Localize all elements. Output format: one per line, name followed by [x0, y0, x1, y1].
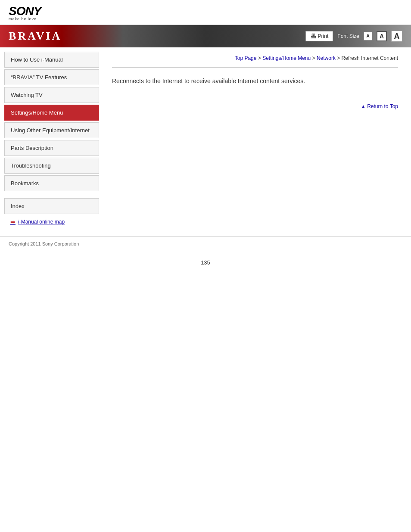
font-large-button[interactable]: A	[391, 31, 402, 42]
bravia-banner: BRAVIA 🖶 Print Font Size A A A	[0, 25, 411, 47]
page-number: 135	[0, 251, 411, 270]
font-size-label: Font Size	[337, 33, 359, 39]
breadcrumb-top-page[interactable]: Top Page	[235, 55, 257, 61]
breadcrumb-network[interactable]: Network	[317, 55, 336, 61]
banner-controls: 🖶 Print Font Size A A A	[305, 31, 402, 42]
arrow-right-icon: ➡	[10, 218, 16, 225]
sony-brand: SONY	[9, 5, 41, 17]
sidebar-item-parts-description[interactable]: Parts Description	[4, 140, 99, 156]
breadcrumb-sep3: >	[336, 55, 342, 61]
sidebar-item-bravia-features[interactable]: “BRAVIA” TV Features	[4, 69, 99, 85]
return-to-top: ▲ Return to Top	[112, 99, 398, 114]
sony-tagline: make.believe	[9, 17, 41, 21]
header: SONY make.believe	[0, 0, 411, 25]
sidebar-online-map-link[interactable]: ➡ i-Manual online map	[4, 216, 99, 228]
page-description: Reconnects to the Internet to receive av…	[112, 76, 398, 86]
font-small-button[interactable]: A	[364, 32, 372, 40]
sidebar-item-settings-home-menu[interactable]: Settings/Home Menu	[4, 105, 99, 121]
sidebar-item-watching-tv[interactable]: Watching TV	[4, 87, 99, 103]
print-label: Print	[318, 33, 329, 39]
print-icon: 🖶	[310, 33, 316, 40]
sidebar-item-index[interactable]: Index	[4, 198, 99, 214]
print-button[interactable]: 🖶 Print	[305, 31, 333, 41]
breadcrumb: Top Page > Settings/Home Menu > Network …	[112, 52, 398, 65]
font-medium-button[interactable]: A	[377, 31, 387, 41]
sidebar-item-troubleshooting[interactable]: Troubleshooting	[4, 158, 99, 174]
bravia-title: BRAVIA	[9, 30, 62, 43]
footer: Copyright 2011 Sony Corporation	[0, 237, 411, 251]
sidebar-item-bookmarks[interactable]: Bookmarks	[4, 175, 99, 191]
sidebar-item-using-other-equipment[interactable]: Using Other Equipment/Internet	[4, 122, 99, 138]
sidebar: How to Use i-Manual “BRAVIA” TV Features…	[0, 47, 103, 232]
content-divider	[112, 67, 398, 68]
sidebar-item-how-to-use[interactable]: How to Use i-Manual	[4, 52, 99, 68]
main-container: How to Use i-Manual “BRAVIA” TV Features…	[0, 47, 411, 232]
breadcrumb-sep1: >	[256, 55, 262, 61]
copyright-text: Copyright 2011 Sony Corporation	[9, 241, 79, 246]
online-map-label: i-Manual online map	[18, 219, 65, 225]
breadcrumb-sep2: >	[311, 55, 317, 61]
return-to-top-link[interactable]: ▲ Return to Top	[361, 103, 398, 109]
content-area: Top Page > Settings/Home Menu > Network …	[103, 47, 411, 122]
breadcrumb-settings-menu[interactable]: Settings/Home Menu	[262, 55, 311, 61]
sony-logo: SONY make.believe	[9, 5, 41, 21]
return-to-top-label: Return to Top	[367, 103, 398, 109]
triangle-up-icon: ▲	[361, 104, 365, 109]
breadcrumb-current: Refresh Internet Content	[342, 55, 398, 61]
